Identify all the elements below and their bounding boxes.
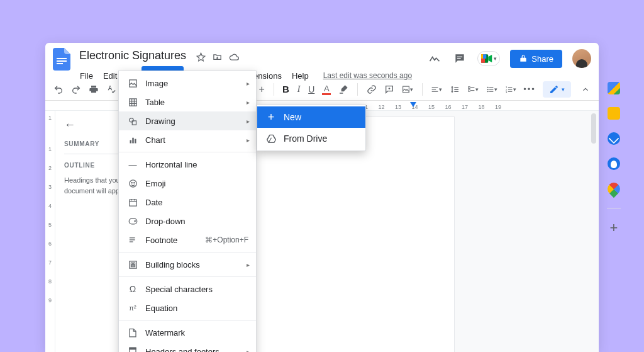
last-edit-link[interactable]: Last edit was seconds ago: [323, 71, 412, 80]
svg-rect-41: [129, 237, 135, 238]
collapse-icon[interactable]: [580, 84, 591, 95]
headerfooter-icon: [128, 346, 138, 352]
more-icon[interactable]: •••: [524, 84, 535, 95]
svg-rect-47: [131, 265, 135, 267]
document-title[interactable]: Electronic Signatures: [75, 48, 190, 64]
insert-watermark[interactable]: Watermark: [119, 323, 256, 342]
add-comment-icon[interactable]: [384, 84, 394, 95]
svg-rect-10: [432, 87, 438, 88]
footnote-icon: [128, 235, 138, 245]
insert-horizontal-line[interactable]: —Horizontal line: [119, 155, 256, 174]
ruler-cursor-icon[interactable]: [410, 102, 416, 107]
text-color-icon[interactable]: A: [322, 84, 331, 95]
redo-icon[interactable]: [70, 84, 82, 95]
svg-rect-40: [129, 219, 137, 224]
insert-image-icon[interactable]: ▾: [402, 84, 413, 95]
insert-drawing[interactable]: Drawing▸: [119, 111, 256, 130]
google-docs-window: Electronic Signatures File Edit Vie Inse…: [45, 43, 599, 352]
side-panel: +: [601, 77, 626, 235]
tasks-app-icon[interactable]: [608, 132, 620, 145]
dropdown-icon: [128, 216, 138, 226]
svg-rect-15: [469, 89, 470, 91]
svg-rect-18: [489, 87, 494, 88]
checklist-icon[interactable]: ▾: [467, 84, 479, 95]
insert-emoji[interactable]: Emoji: [119, 174, 256, 193]
svg-rect-24: [508, 87, 513, 88]
underline-icon[interactable]: U: [308, 84, 314, 95]
svg-point-38: [133, 182, 134, 183]
hline-icon: —: [128, 159, 138, 169]
svg-rect-45: [131, 263, 133, 264]
undo-icon[interactable]: [53, 84, 64, 95]
plus-icon: +: [266, 112, 276, 122]
svg-rect-0: [57, 58, 67, 59]
insert-image[interactable]: Image▸: [119, 74, 256, 93]
editing-mode-button[interactable]: ▾: [543, 81, 571, 98]
svg-rect-3: [457, 57, 462, 57]
align-icon[interactable]: ▾: [431, 84, 442, 95]
highlight-icon[interactable]: [338, 84, 348, 95]
numbered-list-icon[interactable]: 123▾: [505, 84, 516, 95]
svg-rect-2: [57, 63, 63, 64]
svg-rect-16: [470, 90, 474, 91]
drawing-icon: [128, 116, 138, 126]
menu-file[interactable]: File: [75, 69, 97, 83]
drawing-new[interactable]: + New: [257, 106, 365, 128]
cloud-status-icon[interactable]: [229, 52, 239, 62]
insert-chart[interactable]: Chart▸: [119, 130, 256, 149]
contacts-app-icon[interactable]: [608, 157, 620, 170]
svg-rect-4: [457, 58, 461, 59]
svg-point-17: [487, 86, 489, 88]
svg-rect-34: [132, 137, 134, 143]
star-icon[interactable]: [196, 52, 206, 62]
insert-footnote[interactable]: Footnote⌘+Option+F: [119, 230, 256, 249]
svg-rect-42: [129, 239, 135, 240]
insert-equation[interactable]: π²Equation: [119, 298, 256, 317]
chart-icon: [128, 135, 138, 145]
bold-icon[interactable]: B: [282, 84, 289, 95]
account-avatar[interactable]: [572, 49, 591, 68]
svg-point-21: [487, 91, 489, 92]
calendar-app-icon[interactable]: [608, 82, 620, 94]
insert-table[interactable]: Table▸: [119, 93, 256, 111]
svg-rect-11: [432, 89, 436, 89]
insert-headers-footers[interactable]: Headers and footers▸: [119, 342, 256, 352]
keep-app-icon[interactable]: [608, 107, 620, 120]
share-label: Share: [531, 54, 553, 64]
menu-help[interactable]: Help: [287, 69, 313, 83]
svg-point-31: [129, 118, 133, 122]
insert-special-characters[interactable]: ΩSpecial characters: [119, 280, 256, 298]
maps-app-icon[interactable]: [605, 180, 623, 198]
link-icon[interactable]: [367, 84, 377, 95]
italic-icon[interactable]: I: [297, 84, 301, 95]
share-button[interactable]: Share: [510, 50, 562, 68]
add-addon-icon[interactable]: +: [610, 221, 618, 235]
drawing-from-drive[interactable]: From Drive: [257, 128, 365, 149]
svg-rect-1: [57, 60, 67, 62]
vertical-scrollbar[interactable]: [591, 113, 596, 144]
insert-date[interactable]: Date: [119, 193, 256, 212]
docs-logo[interactable]: [50, 48, 73, 71]
vertical-ruler[interactable]: 1123456789: [45, 111, 55, 352]
activity-icon[interactable]: [427, 51, 442, 66]
print-icon[interactable]: [88, 84, 99, 95]
meet-button[interactable]: ▾: [477, 51, 500, 66]
blocks-icon: [128, 259, 138, 270]
move-icon[interactable]: [213, 52, 223, 62]
svg-rect-14: [470, 87, 474, 88]
bulleted-list-icon[interactable]: ▾: [486, 84, 497, 95]
svg-point-19: [487, 88, 489, 89]
line-spacing-icon[interactable]: [450, 84, 460, 95]
insert-dropdown[interactable]: Drop-down: [119, 212, 256, 230]
insert-menu-dropdown: Image▸ Table▸ Drawing▸ Chart▸ —Horizonta…: [118, 71, 257, 352]
svg-rect-43: [129, 241, 133, 242]
table-icon: [128, 97, 138, 107]
insert-building-blocks[interactable]: Building blocks▸: [119, 255, 256, 274]
drawing-submenu: + New From Drive: [257, 105, 366, 151]
svg-point-37: [131, 182, 132, 183]
emoji-icon: [128, 178, 138, 188]
comments-icon[interactable]: [452, 51, 467, 66]
spellcheck-icon[interactable]: [106, 84, 117, 95]
svg-rect-49: [130, 348, 136, 349]
font-size-plus[interactable]: +: [258, 84, 264, 95]
